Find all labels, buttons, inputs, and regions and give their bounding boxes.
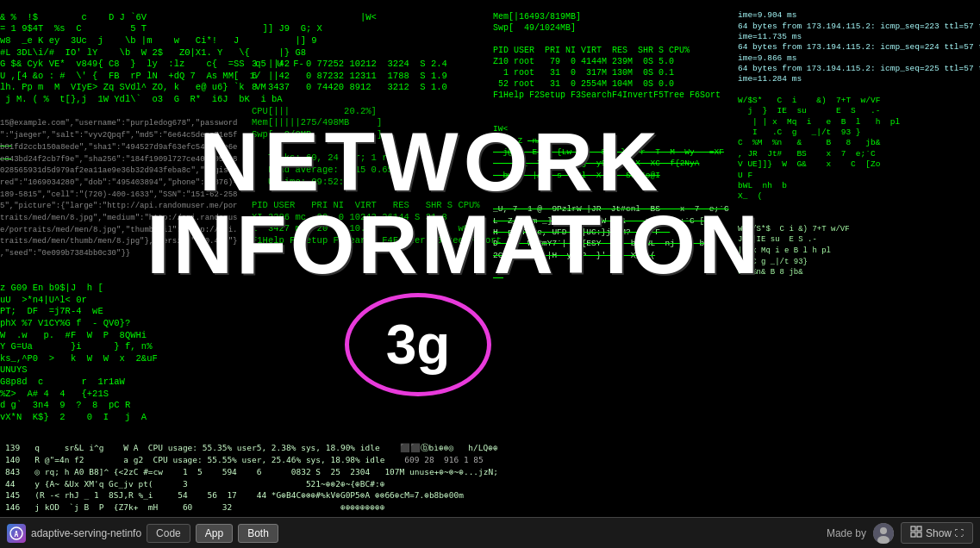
bottom-left-section: A adaptive-serving-netinfo Code App Both [7,524,278,543]
svg-rect-7 [911,532,915,537]
app-name-label: adaptive-serving-netinfo [31,527,141,539]
avatar [873,523,894,544]
svg-rect-8 [917,532,921,537]
avatar-icon [873,523,894,544]
stat-line-4: 44 y {A~ &Ux XM'q Gc_jv pt( 3 521~⊕⊗2⊕~{… [5,478,975,490]
app-logo-icon: A [9,526,23,540]
made-by-label: Made by [827,527,866,539]
stat-line-2: 140 R @"=4n f2 a g2 CPU usage: 55.55% us… [5,454,975,466]
stat-line-5: 145 (R -< rhJ _ 1 8SJ,R %_i 54 56 17 44 … [5,489,975,501]
expand-icon [910,526,922,538]
svg-point-3 [880,527,887,534]
show-icon [910,526,922,540]
badge-circle: 3g [345,293,491,396]
stat-line-6: 146 j kOD `j B P {Z7k+ mH 60 32 ⊕⊕⊕⊕⊕⊕⊕⊕… [5,501,975,514]
show-label: Show [926,527,952,539]
tab-both[interactable]: Both [238,524,278,543]
app-icon: A [7,524,26,543]
stat-line-1: 139 q sr&L i^g W A CPU usage: 55.35% use… [5,442,975,454]
show-expand-icon: ⛶ [955,528,964,538]
tab-code[interactable]: Code [147,524,190,543]
svg-text:A: A [15,530,19,538]
stat-line-3: 843 ◎ rq; h A0 B8]^ {<2zC #=cw 1 5 594 6… [5,466,975,478]
bottom-bar: A adaptive-serving-netinfo Code App Both… [0,517,980,548]
badge-text: 3g [386,313,451,377]
svg-rect-5 [911,526,915,531]
bottom-stats-panel: 139 q sr&L i^g W A CPU usage: 55.35% use… [0,439,980,517]
svg-rect-6 [917,526,921,531]
bottom-right-section: Made by Show ⛶ [827,522,973,544]
tab-app[interactable]: App [196,524,233,543]
show-button[interactable]: Show ⛶ [901,522,973,544]
